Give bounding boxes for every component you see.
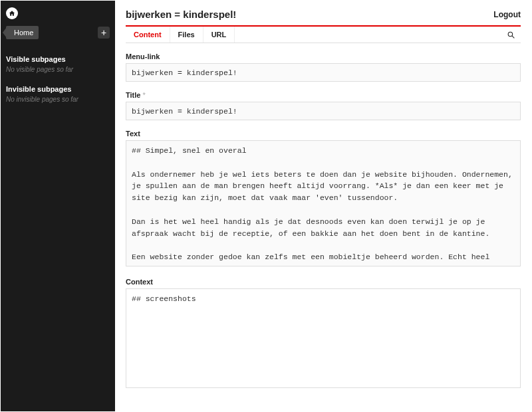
title-input[interactable] xyxy=(126,102,521,120)
tab-url[interactable]: URL xyxy=(203,27,235,43)
svg-line-1 xyxy=(512,36,514,38)
search-icon[interactable] xyxy=(501,27,521,43)
breadcrumb-home[interactable]: Home xyxy=(6,26,39,39)
svg-point-0 xyxy=(508,32,513,37)
invisible-subpages-empty: No invisible pages so far xyxy=(6,96,110,103)
invisible-subpages-heading: Invisible subpages xyxy=(6,85,110,93)
title-label-text: Title xyxy=(126,91,140,99)
context-label: Context xyxy=(126,278,521,286)
visible-subpages-heading: Visible subpages xyxy=(6,55,110,63)
context-textarea[interactable] xyxy=(126,288,521,388)
home-icon[interactable] xyxy=(6,7,18,19)
menulink-label: Menu-link xyxy=(126,52,521,60)
title-label: Title * xyxy=(126,91,521,99)
sidebar: Home + Visible subpages No visible pages… xyxy=(1,1,115,411)
title-required-indicator: * xyxy=(142,91,145,99)
text-label: Text xyxy=(126,130,521,138)
page-title: bijwerken = kinderspel! xyxy=(126,9,236,20)
tab-files[interactable]: Files xyxy=(170,27,203,43)
logout-link[interactable]: Logout xyxy=(493,10,521,19)
tab-content[interactable]: Content xyxy=(126,27,170,43)
menulink-input[interactable] xyxy=(126,63,521,82)
text-textarea[interactable] xyxy=(126,140,521,266)
main-panel: bijwerken = kinderspel! Logout Content F… xyxy=(115,1,531,411)
add-page-button[interactable]: + xyxy=(98,27,110,39)
tabbar: Content Files URL xyxy=(126,25,521,43)
visible-subpages-empty: No visible pages so far xyxy=(6,66,110,73)
